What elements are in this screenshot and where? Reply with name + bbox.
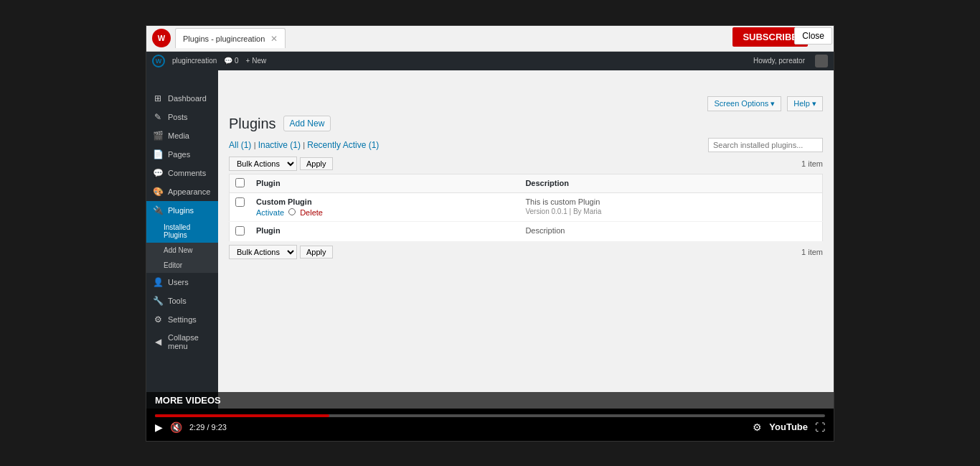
media-icon: 🎬 — [152, 131, 164, 141]
sidebar-item-plugins[interactable]: 🔌 Plugins — [146, 201, 218, 220]
pages-icon: 📄 — [152, 149, 164, 159]
sidebar-item-tools[interactable]: 🔧 Tools — [146, 292, 218, 310]
search-input[interactable] — [708, 138, 823, 152]
sidebar-item-posts[interactable]: ✎ Posts — [146, 108, 218, 126]
plugin2-desc-cell: Description — [519, 221, 822, 241]
progress-bar-fill — [155, 414, 329, 417]
sidebar-item-label: Collapse menu — [168, 333, 212, 350]
plugin-actions: Activate Delete — [256, 208, 514, 217]
mute-button[interactable]: 🔇 — [170, 421, 182, 433]
plugin-name-cell: Custom Plugin Activate Delete — [250, 192, 519, 221]
users-icon: 👤 — [152, 277, 164, 287]
plugin-checkbox[interactable] — [235, 197, 245, 207]
plugins-table: Plugin Description Custom — [229, 174, 823, 242]
plugins-page: Screen Options ▾ Help ▾ Plugins Add New … — [218, 89, 834, 409]
sidebar-item-label: Dashboard — [168, 94, 207, 103]
bulk-actions-select-bottom[interactable]: Bulk Actions — [229, 245, 297, 259]
item-count-bottom: 1 item — [801, 248, 823, 256]
sidebar-item-label: Posts — [168, 113, 188, 121]
sidebar-item-comments[interactable]: 💬 Comments — [146, 164, 218, 182]
bulk-actions-left-top: Bulk Actions Apply — [229, 157, 333, 171]
apply-button-bottom[interactable]: Apply — [300, 246, 333, 258]
close-button[interactable]: Close — [794, 27, 832, 45]
browser-tab-bar: W Plugins - plugincreation ✕ SUBSCRIBE C… — [146, 26, 834, 52]
sidebar-item-users[interactable]: 👤 Users — [146, 273, 218, 292]
appearance-icon: 🎨 — [152, 187, 164, 197]
plugins-header: Plugins Add New — [229, 116, 823, 132]
tab-label: Plugins - plugincreation — [183, 34, 265, 43]
wp-site-name[interactable]: plugincreation — [172, 57, 217, 65]
filter-recently-active[interactable]: Recently Active (1) — [307, 140, 379, 150]
sidebar-item-pages[interactable]: 📄 Pages — [146, 145, 218, 164]
play-button[interactable]: ▶ — [155, 421, 163, 433]
wp-layout: W plugincreation 💬 0 + New Howdy, pcreat… — [146, 52, 834, 409]
sidebar-item-label: Plugins — [168, 206, 194, 215]
delete-link[interactable]: Delete — [300, 208, 323, 217]
row-checkbox-cell — [230, 192, 251, 221]
table-header-checkbox — [230, 174, 251, 192]
submenu-add-new[interactable]: Add New — [146, 243, 218, 258]
progress-bar-container[interactable] — [155, 414, 825, 417]
plugin-description: This is custom Plugin — [525, 197, 816, 206]
wp-main-content: Screen Options ▾ Help ▾ Plugins Add New … — [218, 70, 834, 409]
sidebar-item-label: Settings — [168, 315, 197, 324]
filter-links: All (1) | Inactive (1) | Recently Active — [229, 140, 379, 150]
sidebar-item-settings[interactable]: ⚙ Settings — [146, 310, 218, 329]
wp-logo: W — [152, 55, 165, 67]
tools-icon: 🔧 — [152, 296, 164, 306]
comment-icon: 💬 — [224, 57, 232, 65]
wp-sidebar: ⊞ Dashboard ✎ Posts 🎬 Media 📄 Pages 💬 — [146, 70, 218, 409]
wp-add-new[interactable]: + New — [246, 57, 267, 65]
video-controls: ▶ 🔇 2:29 / 9:23 ⚙ YouTube ⛶ — [146, 409, 834, 441]
sidebar-item-label: Appearance — [168, 187, 210, 196]
sidebar-item-label: Comments — [168, 169, 206, 177]
yt-wordmark: YouTube — [769, 421, 808, 432]
activate-link[interactable]: Activate — [256, 208, 284, 217]
plugin2-description: Description — [525, 226, 816, 235]
more-videos-label: MORE VIDEOS — [155, 395, 221, 406]
sidebar-item-label: Users — [168, 278, 189, 286]
plugin2-name-cell: Plugin — [250, 221, 519, 241]
fullscreen-button[interactable]: ⛶ — [815, 421, 825, 433]
bulk-actions-select-top[interactable]: Bulk Actions — [229, 157, 297, 171]
table-header-plugin: Plugin — [250, 174, 519, 192]
table-header-description: Description — [519, 174, 822, 192]
apply-button-top[interactable]: Apply — [300, 157, 333, 170]
table-header-row: Plugin Description — [230, 174, 823, 192]
help-button[interactable]: Help ▾ — [787, 96, 823, 111]
more-videos-bar: MORE VIDEOS — [146, 392, 834, 409]
sidebar-item-label: Media — [168, 131, 189, 140]
screen-options-button[interactable]: Screen Options ▾ — [707, 96, 781, 111]
select-all-checkbox[interactable] — [235, 178, 245, 187]
sidebar-item-collapse[interactable]: ◀ Collapse menu — [146, 329, 218, 355]
plugin2-checkbox[interactable] — [235, 226, 245, 236]
sidebar-item-label: Tools — [168, 297, 187, 305]
controls-right: ⚙ YouTube ⛶ — [753, 421, 825, 433]
table-row: Custom Plugin Activate Delete This is cu… — [230, 192, 823, 221]
filter-all[interactable]: All (1) — [229, 140, 254, 150]
item-count-top: 1 item — [801, 159, 823, 168]
plugin-description-cell: This is custom Plugin Version 0.0.1 | By… — [519, 192, 822, 221]
wp-comments[interactable]: 💬 0 — [224, 57, 238, 65]
screen-options-bar: Screen Options ▾ Help ▾ — [229, 96, 823, 111]
sidebar-item-appearance[interactable]: 🎨 Appearance — [146, 182, 218, 201]
settings-button[interactable]: ⚙ — [753, 421, 762, 433]
submenu-installed-plugins[interactable]: Installed Plugins — [146, 220, 218, 243]
plugins-icon: 🔌 — [152, 205, 164, 215]
sidebar-item-dashboard[interactable]: ⊞ Dashboard — [146, 89, 218, 108]
video-container: W Plugins - plugincreation ✕ SUBSCRIBE C… — [146, 25, 834, 442]
table-row-2: Plugin Description — [230, 221, 823, 241]
add-new-button[interactable]: Add New — [283, 116, 331, 131]
yt-logo: W — [152, 29, 171, 47]
time-display: 2:29 / 9:23 — [189, 423, 227, 432]
row2-checkbox-cell — [230, 221, 251, 241]
sidebar-item-media[interactable]: 🎬 Media — [146, 126, 218, 145]
tab-close-icon[interactable]: ✕ — [270, 34, 278, 44]
wp-body: ⊞ Dashboard ✎ Posts 🎬 Media 📄 Pages 💬 — [146, 70, 834, 409]
sidebar-item-label: Pages — [168, 150, 190, 159]
plugins-submenu: Installed Plugins Add New Editor — [146, 220, 218, 273]
browser-tab[interactable]: Plugins - plugincreation ✕ — [175, 28, 286, 48]
filter-inactive[interactable]: Inactive (1) — [258, 140, 303, 150]
submenu-editor[interactable]: Editor — [146, 258, 218, 273]
posts-icon: ✎ — [152, 112, 164, 122]
